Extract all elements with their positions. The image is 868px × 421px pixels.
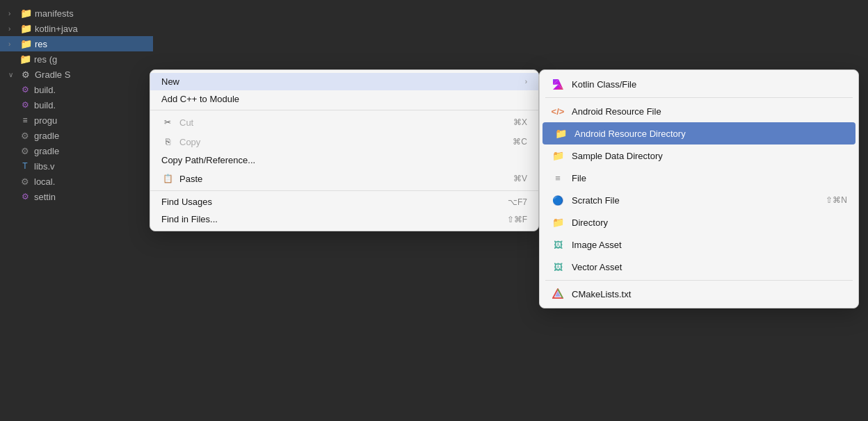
gear-icon: ⚙ <box>19 130 31 141</box>
chevron-icon: › <box>8 40 17 48</box>
sidebar-item-label: build. <box>34 100 56 110</box>
gradle-icon: ⚙ <box>19 191 31 202</box>
submenu-item-vector-asset[interactable]: 🖼 Vector Asset <box>540 256 858 278</box>
sidebar-item-label: progu <box>34 115 57 126</box>
submenu-item-android-res-dir[interactable]: 📁 Android Resource Directory <box>542 122 855 145</box>
submenu-item-image-asset[interactable]: 🖼 Image Asset <box>540 233 858 256</box>
kotlin-icon <box>551 77 565 91</box>
menu-item-find-in-files[interactable]: Find in Files... ⇧⌘F <box>150 210 538 228</box>
submenu-item-label: Scratch File <box>572 195 819 206</box>
paste-icon: 📋 <box>161 172 174 185</box>
submenu-item-label: Vector Asset <box>572 262 847 272</box>
menu-item-label: Copy Path/Reference... <box>161 155 527 165</box>
sidebar-item-settin[interactable]: ⚙ settin <box>0 189 153 204</box>
menu-item-find-usages[interactable]: Find Usages ⌥F7 <box>150 193 538 210</box>
sidebar-item-build1[interactable]: ⚙ build. <box>0 82 153 97</box>
android-res-icon: </> <box>551 104 565 118</box>
image-asset-icon: 🖼 <box>551 238 565 251</box>
submenu-item-label: File <box>572 173 847 183</box>
menu-item-label: Copy <box>179 137 507 147</box>
sidebar-item-res[interactable]: › 📁 res <box>0 36 153 51</box>
chevron-icon: › <box>8 25 17 33</box>
submenu-item-kotlin-class[interactable]: Kotlin Class/File <box>540 73 858 95</box>
gear-icon: ⚙ <box>19 145 31 156</box>
gear-icon: ⚙ <box>19 176 31 187</box>
shortcut-label: ⌘X <box>513 117 527 127</box>
chevron-icon: › <box>8 10 17 17</box>
sidebar: › 📁 manifests › 📁 kotlin+java › 📁 res 📁 … <box>0 0 153 421</box>
lines-icon: ≡ <box>19 115 31 126</box>
chevron-icon: ∨ <box>8 71 17 79</box>
sidebar-item-label: gradle <box>34 131 59 141</box>
submenu-separator <box>545 280 853 281</box>
submenu-item-scratch[interactable]: 🔵 Scratch File ⇧⌘N <box>540 189 858 211</box>
submenu-item-sample-data[interactable]: 📁 Sample Data Directory <box>540 145 858 167</box>
shortcut-label: ⇧⌘N <box>826 195 847 205</box>
gradle-icon: ⚙ <box>20 69 31 80</box>
menu-separator <box>150 110 538 110</box>
submenu-item-cmake[interactable]: CMakeLists.txt <box>540 283 858 305</box>
submenu-item-label: CMakeLists.txt <box>572 289 847 299</box>
sidebar-item-res-g[interactable]: 📁 res (g <box>0 51 153 67</box>
sidebar-item-build2[interactable]: ⚙ build. <box>0 97 153 113</box>
sidebar-item-libs[interactable]: T libs.v <box>0 158 153 174</box>
menu-item-paste[interactable]: 📋 Paste ⌘V <box>150 169 538 188</box>
submenu-item-label: Image Asset <box>572 240 847 250</box>
shortcut-label: ⇧⌘F <box>507 215 527 224</box>
menu-item-label: Find Usages <box>161 197 502 207</box>
folder-icon: 📁 <box>19 53 31 65</box>
sidebar-item-label: Gradle S <box>35 69 70 80</box>
scratch-icon: 🔵 <box>551 193 565 207</box>
menu-item-label: Find in Files... <box>161 214 501 224</box>
sidebar-item-label: manifests <box>35 8 74 19</box>
sidebar-item-label: libs.v <box>34 161 55 172</box>
shortcut-label: ⌘C <box>513 137 527 147</box>
folder-icon: 📁 <box>20 8 31 19</box>
sidebar-item-label: local. <box>34 176 55 187</box>
sidebar-item-gradle1[interactable]: ⚙ gradle <box>0 128 153 143</box>
sidebar-item-gradle-scripts[interactable]: ∨ ⚙ Gradle S <box>0 67 153 82</box>
menu-item-label: Add C++ to Module <box>161 94 527 104</box>
folder-icon: 📁 <box>20 38 31 49</box>
submenu-item-directory[interactable]: 📁 Directory <box>540 211 858 233</box>
vector-asset-icon: 🖼 <box>551 260 565 274</box>
menu-item-new[interactable]: New › <box>150 73 538 90</box>
scissors-icon: ✂ <box>161 116 174 129</box>
folder-icon: 📁 <box>551 149 565 163</box>
copy-icon: ⎘ <box>161 135 174 148</box>
sidebar-item-label: res (g <box>34 54 57 65</box>
menu-item-add-cpp[interactable]: Add C++ to Module <box>150 90 538 108</box>
menu-item-copy-path[interactable]: Copy Path/Reference... <box>150 151 538 169</box>
context-menu: New › Add C++ to Module ✂ Cut ⌘X ⎘ Copy … <box>150 69 539 231</box>
sidebar-item-label: gradle <box>34 146 59 156</box>
gradle-icon: ⚙ <box>19 99 31 110</box>
submenu-item-file[interactable]: ≡ File <box>540 167 858 189</box>
folder-icon: 📁 <box>554 126 568 140</box>
sidebar-item-kotlin-java[interactable]: › 📁 kotlin+java <box>0 21 153 36</box>
sidebar-item-manifests[interactable]: › 📁 manifests <box>0 6 153 21</box>
menu-item-copy[interactable]: ⎘ Copy ⌘C <box>150 132 538 151</box>
lib-icon: T <box>19 160 31 172</box>
shortcut-label: ⌘V <box>513 174 527 183</box>
arrow-icon: › <box>525 78 527 85</box>
folder-icon: 📁 <box>20 23 31 34</box>
cmake-icon <box>551 287 565 301</box>
sidebar-item-local[interactable]: ⚙ local. <box>0 174 153 189</box>
folder-icon: 📁 <box>551 215 565 229</box>
menu-separator <box>150 190 538 191</box>
sidebar-item-gradle2[interactable]: ⚙ gradle <box>0 143 153 158</box>
submenu-item-label: Directory <box>572 217 847 228</box>
submenu-item-label: Android Resource Directory <box>574 129 844 139</box>
submenu-item-label: Android Resource File <box>572 106 847 117</box>
shortcut-label: ⌥F7 <box>508 197 527 207</box>
submenu-new: Kotlin Class/File </> Android Resource F… <box>539 69 859 308</box>
menu-item-label: New <box>161 76 520 87</box>
submenu-separator <box>545 97 853 98</box>
sidebar-item-progu[interactable]: ≡ progu <box>0 113 153 128</box>
lines-icon: ≡ <box>551 171 565 185</box>
submenu-item-label: Sample Data Directory <box>572 151 847 161</box>
menu-item-cut[interactable]: ✂ Cut ⌘X <box>150 113 538 132</box>
submenu-item-android-res-file[interactable]: </> Android Resource File <box>540 100 858 122</box>
sidebar-item-label: kotlin+java <box>35 24 78 34</box>
sidebar-item-label: build. <box>34 85 56 95</box>
